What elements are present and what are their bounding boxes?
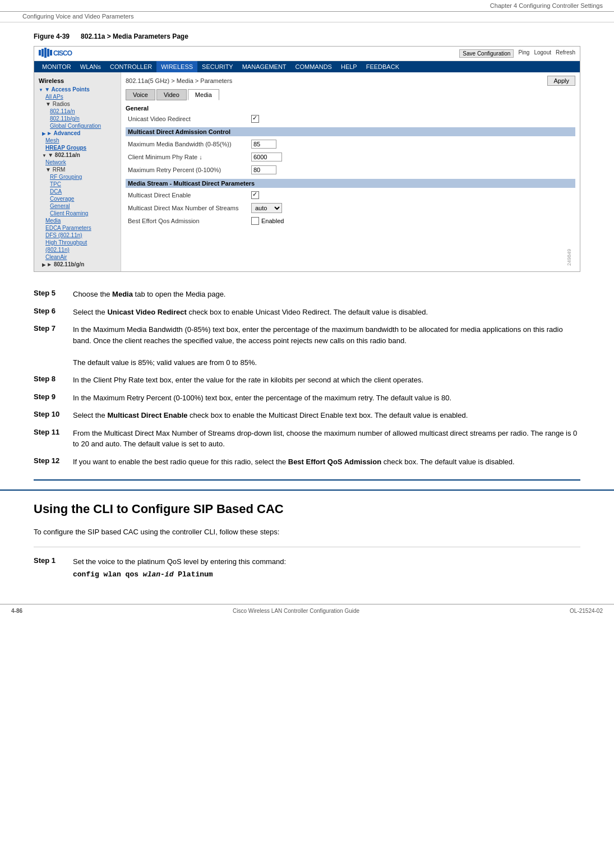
multicast-max-streams-label: Multicast Direct Max Number of Streams: [128, 205, 251, 211]
sidebar-item-radios[interactable]: ▼ Radios: [34, 100, 121, 108]
page-footer: 4-86 Cisco Wireless LAN Controller Confi…: [0, 604, 614, 617]
cli-step-1-row: Step 1 Set the voice to the platinum QoS…: [34, 556, 580, 580]
figure-title: Figure 4-39 802.11a > Media Parameters P…: [0, 22, 614, 46]
svg-text:CISCO: CISCO: [53, 49, 72, 57]
step-11-row: Step 11 From the Multicast Direct Max Nu…: [34, 428, 580, 450]
nav-wireless[interactable]: WIRELESS: [156, 61, 197, 72]
unicast-video-redirect-label: Unicast Video Redirect: [128, 116, 251, 122]
nav-feedback[interactable]: FEEDBACK: [362, 61, 404, 72]
sidebar-item-client-roaming[interactable]: Client Roaming: [34, 210, 121, 217]
refresh-link[interactable]: Refresh: [556, 49, 575, 58]
sidebar-item-hreap[interactable]: HREAP Groups: [34, 144, 121, 151]
multicast-direct-enable-checkbox[interactable]: [251, 191, 259, 199]
step-8-content: In the Client Phy Rate text box, enter t…: [73, 375, 580, 386]
best-effort-label: Best Effort Qos Admission: [128, 218, 251, 224]
step-11-content: From the Multicast Direct Max Number of …: [73, 428, 580, 450]
nav-controller[interactable]: CONTROLLER: [105, 61, 156, 72]
step-12-bold: Best Effort QoS Admission: [288, 458, 381, 466]
sidebar-item-80211n-sub[interactable]: (802.11n): [34, 246, 121, 253]
sidebar-item-advanced[interactable]: ► Advanced: [34, 130, 121, 137]
max-media-bandwidth-input[interactable]: 85: [251, 140, 276, 149]
screenshot-body: Wireless ▼ Access Points All APs ▼ Radio…: [34, 72, 580, 271]
cli-step-1-label: Step 1: [34, 556, 73, 565]
max-retry-input[interactable]: 80: [251, 165, 276, 174]
svg-rect-4: [50, 50, 52, 56]
cli-code-italic: wlan-id: [143, 570, 174, 579]
sidebar-item-media[interactable]: Media: [34, 217, 121, 224]
nav-security[interactable]: SECURITY: [197, 61, 238, 72]
cli-step-1-text: Set the voice to the platinum QoS level …: [73, 557, 286, 566]
client-min-phy-input[interactable]: 6000: [251, 153, 282, 161]
multicast-max-streams-select[interactable]: auto 0 1: [251, 203, 282, 213]
tab-voice[interactable]: Voice: [126, 89, 155, 100]
sidebar-item-rrm[interactable]: ▼ RRM: [34, 166, 121, 173]
sidebar-item-80211an-section[interactable]: ▼ 802.11a/n: [34, 151, 121, 159]
sidebar-item-dfs[interactable]: DFS (802.11n): [34, 232, 121, 239]
step-12-row: Step 12 If you want to enable the best r…: [34, 456, 580, 468]
nav-management[interactable]: MANAGEMENT: [238, 61, 291, 72]
cli-code-prefix: config wlan qos: [73, 570, 143, 579]
sidebar-item-tpc[interactable]: TPC: [34, 181, 121, 188]
sidebar-item-80211bgn[interactable]: 802.11b/g/n: [34, 115, 121, 122]
sidebar-item-80211an[interactable]: 802.11a/n: [34, 108, 121, 115]
cli-step-1-content: Set the voice to the platinum QoS level …: [73, 556, 580, 580]
sidebar-item-mesh[interactable]: Mesh: [34, 137, 121, 144]
chapter-header-right: Chapter 4 Configuring Controller Setting…: [490, 2, 603, 9]
sidebar-item-cleanair[interactable]: CleanAir: [34, 253, 121, 261]
sidebar-item-high-throughput[interactable]: High Throughput: [34, 239, 121, 246]
cli-step-1-code: config wlan qos wlan-id Platinum: [73, 569, 580, 580]
figure-description: 802.11a > Media Parameters Page: [81, 33, 188, 40]
step-8-label: Step 8: [34, 375, 73, 383]
logout-link[interactable]: Logout: [534, 49, 551, 58]
unicast-video-redirect-checkbox[interactable]: [251, 115, 259, 123]
best-effort-checkbox[interactable]: [251, 217, 259, 225]
step-10-label: Step 10: [34, 410, 73, 418]
step-6-row: Step 6 Select the Unicast Video Redirect…: [34, 307, 580, 318]
nav-wlans[interactable]: WLANs: [76, 61, 105, 72]
nav-help[interactable]: HELP: [336, 61, 362, 72]
figure-label: Figure 4-39: [34, 33, 70, 40]
step-5-label: Step 5: [34, 289, 73, 297]
cisco-nav: MONITOR WLANs CONTROLLER WIRELESS SECURI…: [34, 61, 580, 72]
save-configuration-button[interactable]: Save Configuration: [459, 49, 514, 58]
step-10-content: Select the Multicast Direct Enable check…: [73, 410, 580, 421]
section-divider: [34, 479, 580, 481]
sidebar-item-all-aps[interactable]: All APs: [34, 93, 121, 100]
cisco-top-bar: CISCO Save Configuration Ping Logout Ref…: [34, 47, 580, 61]
chapter-header: Chapter 4 Configuring Controller Setting…: [0, 0, 614, 12]
tab-media[interactable]: Media: [188, 89, 219, 100]
sidebar-item-network[interactable]: Network: [34, 159, 121, 166]
ping-link[interactable]: Ping: [518, 49, 529, 58]
multicast-admission-section: Maximum Media Bandwidth (0-85(%)) 85 Cli…: [126, 138, 575, 176]
step-8-row: Step 8 In the Client Phy Rate text box, …: [34, 375, 580, 386]
sidebar-item-global-config[interactable]: Global Configuration: [34, 122, 121, 130]
sidebar-item-rf-grouping[interactable]: RF Grouping: [34, 173, 121, 181]
sidebar-item-coverage[interactable]: Coverage: [34, 195, 121, 202]
general-label: General: [126, 105, 575, 112]
nav-monitor[interactable]: MONITOR: [38, 61, 76, 72]
svg-rect-1: [41, 49, 44, 57]
svg-rect-2: [44, 48, 47, 58]
best-effort-row: Best Effort Qos Admission Enabled: [126, 216, 575, 226]
sidebar-item-80211bgn-section[interactable]: ► 802.11b/g/n: [34, 261, 121, 268]
step-9-label: Step 9: [34, 393, 73, 401]
multicast-direct-enable-row: Multicast Direct Enable: [126, 190, 575, 200]
cli-steps-area: Step 1 Set the voice to the platinum QoS…: [0, 551, 614, 593]
cli-step-divider: [34, 547, 580, 547]
unicast-video-redirect-row: Unicast Video Redirect: [126, 114, 575, 124]
cli-section-heading: Using the CLI to Configure SIP Based CAC: [0, 490, 614, 522]
sidebar-item-dca[interactable]: DCA: [34, 188, 121, 195]
nav-commands[interactable]: COMMANDS: [291, 61, 336, 72]
footer-doc-number: OL-21524-02: [570, 608, 603, 614]
sidebar-item-access-points[interactable]: ▼ Access Points: [34, 86, 121, 93]
apply-button[interactable]: Apply: [547, 76, 575, 86]
step-11-label: Step 11: [34, 428, 73, 436]
media-stream-section: Multicast Direct Enable Multicast Direct…: [126, 190, 575, 226]
svg-rect-3: [47, 49, 49, 57]
step-12-content: If you want to enable the best radio que…: [73, 456, 580, 468]
sidebar-item-edca[interactable]: EDCA Parameters: [34, 224, 121, 232]
tab-video[interactable]: Video: [156, 89, 187, 100]
footer-guide-title: Cisco Wireless LAN Controller Configurat…: [233, 608, 359, 614]
sidebar-item-general[interactable]: General: [34, 202, 121, 210]
tab-bar: Voice Video Media: [126, 89, 575, 100]
